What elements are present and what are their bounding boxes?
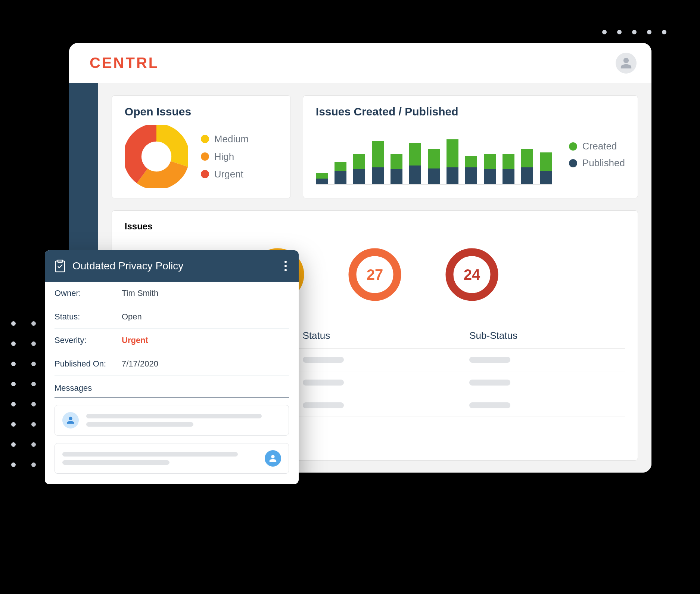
bar-column [316,173,328,184]
person-icon [620,57,632,69]
open-issues-donut [125,125,188,188]
card-title: Issues [125,221,625,232]
issues-created-card: Issues Created / Published CreatedPublis… [303,95,638,198]
user-avatar[interactable] [616,53,637,74]
bar-column [372,141,384,184]
bar-column [353,154,365,184]
bar-column [428,149,440,184]
open-issues-card: Open Issues MediumHighUrgent [112,95,291,198]
legend-item: Urgent [201,168,249,180]
table-column-header: Status [292,330,458,341]
brand-logo: CENTRL [90,55,159,71]
issue-detail-card: Outdated Privacy Policy Owner:Tim SmithS… [45,250,299,484]
message-avatar [62,412,79,429]
bar-column [391,154,402,184]
legend-item: Created [569,140,625,152]
window-header: CENTRL [69,43,651,83]
bar-column [465,156,477,184]
bar-column [484,154,496,184]
detail-property-row: Published On:7/17/2020 [55,352,289,376]
bar-column [409,143,421,184]
stacked-bar-chart [316,125,552,185]
card-title: Open Issues [125,105,278,118]
legend-item: High [201,151,249,163]
legend-item: Published [569,157,625,169]
message-item[interactable] [55,405,289,436]
bar-column [503,154,514,184]
messages-heading: Messages [55,376,289,397]
bar-column [521,149,533,184]
issue-count-ring: 24 [444,247,500,303]
bar-chart-legend: CreatedPublished [569,140,625,169]
messages-list [55,397,289,484]
detail-header: Outdated Privacy Policy [45,250,299,282]
bar-column [540,152,552,184]
detail-property-row: Owner:Tim Smith [55,282,289,305]
decorative-dots-top [602,30,666,34]
message-item[interactable] [55,443,289,474]
detail-property-row: Status:Open [55,305,289,329]
open-issues-legend: MediumHighUrgent [201,133,249,180]
detail-properties: Owner:Tim SmithStatus:OpenSeverity:Urgen… [55,282,289,376]
issue-count-ring: 27 [347,247,403,303]
card-title: Issues Created / Published [316,105,625,118]
detail-property-row: Severity:Urgent [55,329,289,352]
clipboard-check-icon [55,260,66,272]
message-avatar [265,450,281,467]
detail-title: Outdated Privacy Policy [72,260,276,272]
legend-item: Medium [201,133,249,145]
kebab-menu-button[interactable] [282,259,289,273]
svg-point-3 [147,148,166,166]
bar-column [335,162,346,184]
table-column-header: Sub-Status [458,330,625,341]
bar-column [447,139,458,184]
